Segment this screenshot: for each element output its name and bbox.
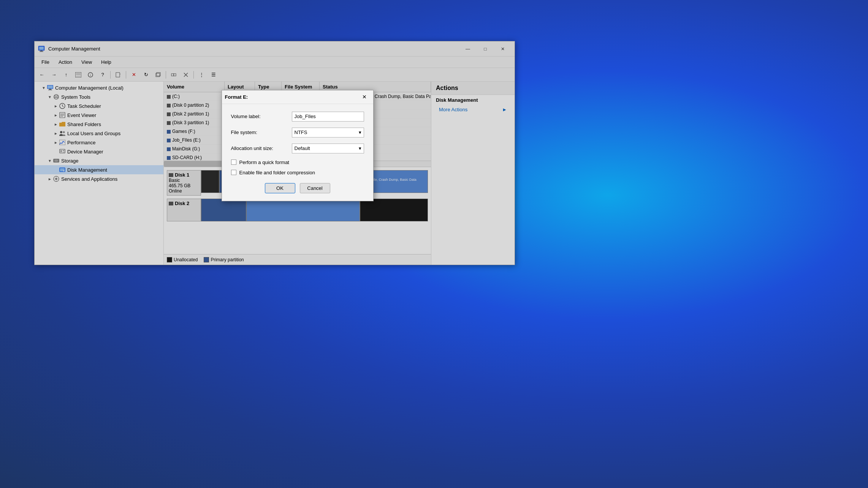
volume-label-input[interactable] [292,112,364,122]
dialog-title: Format E: [225,94,359,100]
dialog-buttons: OK Cancel [231,183,364,193]
volume-label-field: Volume label: [231,112,364,122]
allocation-text: Allocation unit size: [231,145,292,151]
quick-format-label: Perform a quick format [239,160,290,165]
dialog-body: Volume label: File system: NTFS ▾ Alloca… [222,104,373,201]
allocation-select[interactable]: Default ▾ [292,144,364,153]
compression-checkbox[interactable] [231,170,236,175]
dialog-title-bar: Format E: ✕ [222,90,373,104]
allocation-chevron-icon: ▾ [359,145,361,151]
filesystem-chevron-icon: ▾ [359,130,361,135]
quick-format-row: Perform a quick format [231,160,364,165]
cancel-button[interactable]: Cancel [300,183,330,193]
format-dialog: Format E: ✕ Volume label: File system: N… [222,90,374,201]
compression-row: Enable file and folder compression [231,170,364,175]
file-system-text: File system: [231,130,292,135]
allocation-field: Allocation unit size: Default ▾ [231,144,364,153]
file-system-field: File system: NTFS ▾ [231,128,364,137]
volume-label-text: Volume label: [231,114,292,119]
compression-label: Enable file and folder compression [239,170,315,175]
desktop: Computer Management — □ ✕ File Action Vi… [0,0,868,488]
file-system-select[interactable]: NTFS ▾ [292,128,364,137]
quick-format-checkbox[interactable] [231,160,236,165]
dialog-overlay: Format E: ✕ Volume label: File system: N… [34,41,515,265]
dialog-close-button[interactable]: ✕ [359,92,370,102]
ok-button[interactable]: OK [265,183,295,193]
